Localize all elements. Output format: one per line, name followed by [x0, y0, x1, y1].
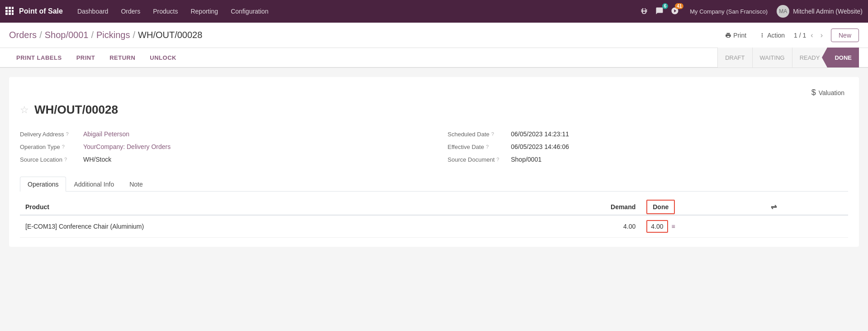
chat-badge: 6 [662, 3, 669, 9]
svg-rect-0 [5, 7, 8, 9]
tabs-bar: Operations Additional Info Note [20, 177, 848, 192]
operation-type-value[interactable]: YourCompany: Delivery Orders [83, 143, 171, 150]
print-labels-button[interactable]: PRINT LABELS [9, 48, 69, 67]
favorite-star-icon[interactable]: ☆ [20, 104, 29, 116]
tab-additional-info[interactable]: Additional Info [66, 177, 122, 192]
operations-table: Product Demand Done ⇌ [E-COM13] Conferen… [20, 199, 848, 238]
cell-done[interactable]: 4.00 ≡ [641, 215, 765, 238]
record-title: WH/OUT/00028 [34, 103, 118, 117]
source-location-value: WH/Stock [83, 156, 111, 163]
delivery-address-help[interactable]: ? [66, 131, 69, 137]
breadcrumb: Orders / Shop/0001 / Pickings / WH/OUT/0… [9, 30, 721, 40]
nav-dashboard[interactable]: Dashboard [72, 0, 114, 23]
delivery-address-value[interactable]: Abigail Peterson [83, 130, 129, 138]
bug-icon[interactable] [638, 5, 650, 18]
app-name[interactable]: Point of Sale [19, 7, 63, 15]
scheduled-date-row: Scheduled Date ? 06/05/2023 14:23:11 [448, 128, 849, 140]
cell-action [765, 215, 848, 238]
svg-rect-8 [12, 13, 14, 15]
status-done[interactable]: DONE [827, 48, 859, 67]
table-settings-icon[interactable]: ⇌ [771, 203, 777, 211]
source-document-label: Source Document ? [448, 156, 511, 163]
breadcrumb-shop[interactable]: Shop/0001 [45, 30, 89, 40]
col-header-action: ⇌ [765, 199, 848, 215]
operation-type-label: Operation Type ? [20, 144, 83, 150]
main-content: $ Valuation ☆ WH/OUT/00028 Delivery Addr… [0, 68, 868, 263]
user-avatar: MA [777, 5, 789, 18]
source-location-label: Source Location ? [20, 156, 83, 163]
pagination: 1 / 1 ‹ › [794, 30, 825, 40]
valuation-button[interactable]: $ Valuation [808, 86, 848, 99]
breadcrumb-bar: Orders / Shop/0001 / Pickings / WH/OUT/0… [0, 23, 868, 48]
operation-type-help[interactable]: ? [62, 144, 65, 149]
source-location-help[interactable]: ? [64, 157, 67, 162]
record-header: ☆ WH/OUT/00028 [20, 103, 848, 117]
tab-note[interactable]: Note [122, 177, 151, 192]
grid-menu-icon[interactable] [5, 7, 14, 16]
svg-rect-3 [5, 10, 8, 12]
svg-rect-1 [9, 7, 11, 9]
source-document-value: Shop/0001 [511, 156, 542, 163]
tab-operations[interactable]: Operations [20, 177, 66, 192]
activity-icon[interactable]: 41 [669, 5, 681, 18]
svg-rect-4 [9, 10, 11, 12]
effective-date-value: 06/05/2023 14:46:06 [511, 143, 569, 150]
scheduled-date-value: 06/05/2023 14:23:11 [511, 130, 569, 138]
nav-products[interactable]: Products [147, 0, 183, 23]
table-row: [E-COM13] Conference Chair (Aluminium) 4… [20, 215, 848, 238]
return-button[interactable]: RETURN [102, 48, 142, 67]
source-location-row: Source Location ? WH/Stock [20, 153, 421, 166]
breadcrumb-current: WH/OUT/00028 [138, 30, 202, 40]
status-bar: DRAFT WAITING READY DONE [717, 48, 859, 67]
activity-badge: 41 [675, 3, 683, 9]
effective-date-row: Effective Date ? 06/05/2023 14:46:06 [448, 140, 849, 153]
delivery-address-label: Delivery Address ? [20, 131, 83, 138]
source-document-help[interactable]: ? [497, 157, 499, 162]
svg-rect-5 [12, 10, 14, 12]
svg-rect-6 [5, 13, 8, 15]
form-fields: Delivery Address ? Abigail Peterson Oper… [20, 128, 848, 166]
top-navigation: Point of Sale Dashboard Orders Products … [0, 0, 868, 23]
scheduled-date-label: Scheduled Date ? [448, 131, 511, 138]
user-menu[interactable]: MA Mitchell Admin (Website) [777, 5, 863, 18]
nav-configuration[interactable]: Configuration [225, 0, 274, 23]
status-waiting[interactable]: WAITING [752, 48, 792, 67]
nav-reporting[interactable]: Reporting [185, 0, 223, 23]
list-icon[interactable]: ≡ [671, 223, 675, 230]
action-toolbar: PRINT LABELS PRINT RETURN UNLOCK DRAFT W… [0, 48, 868, 68]
action-button[interactable]: Action [755, 30, 788, 41]
chat-icon[interactable]: 6 [654, 5, 665, 18]
company-name: My Company (San Francisco) [690, 8, 768, 15]
delivery-address-row: Delivery Address ? Abigail Peterson [20, 128, 421, 140]
svg-rect-7 [9, 13, 11, 15]
breadcrumb-pickings[interactable]: Pickings [96, 30, 130, 40]
col-header-demand: Demand [517, 199, 641, 215]
print-button[interactable]: PRINT [69, 48, 103, 67]
print-button[interactable]: Print [721, 30, 750, 41]
cell-product: [E-COM13] Conference Chair (Aluminium) [20, 215, 517, 238]
next-page-button[interactable]: › [818, 30, 825, 40]
dollar-icon: $ [811, 88, 816, 97]
cell-demand: 4.00 [517, 215, 641, 238]
svg-rect-2 [12, 7, 14, 9]
breadcrumb-orders[interactable]: Orders [9, 30, 37, 40]
user-name: Mitchell Admin (Website) [793, 8, 863, 15]
scheduled-date-help[interactable]: ? [491, 131, 494, 137]
new-button[interactable]: New [831, 29, 859, 42]
status-draft[interactable]: DRAFT [717, 48, 752, 67]
col-header-done: Done [641, 199, 765, 215]
prev-page-button[interactable]: ‹ [808, 30, 816, 40]
effective-date-label: Effective Date ? [448, 144, 511, 150]
source-document-row: Source Document ? Shop/0001 [448, 153, 849, 166]
effective-date-help[interactable]: ? [486, 144, 489, 149]
form-card: $ Valuation ☆ WH/OUT/00028 Delivery Addr… [9, 77, 859, 247]
nav-orders[interactable]: Orders [115, 0, 146, 23]
col-header-product: Product [20, 199, 517, 215]
operation-type-row: Operation Type ? YourCompany: Delivery O… [20, 140, 421, 153]
unlock-button[interactable]: UNLOCK [142, 48, 184, 67]
